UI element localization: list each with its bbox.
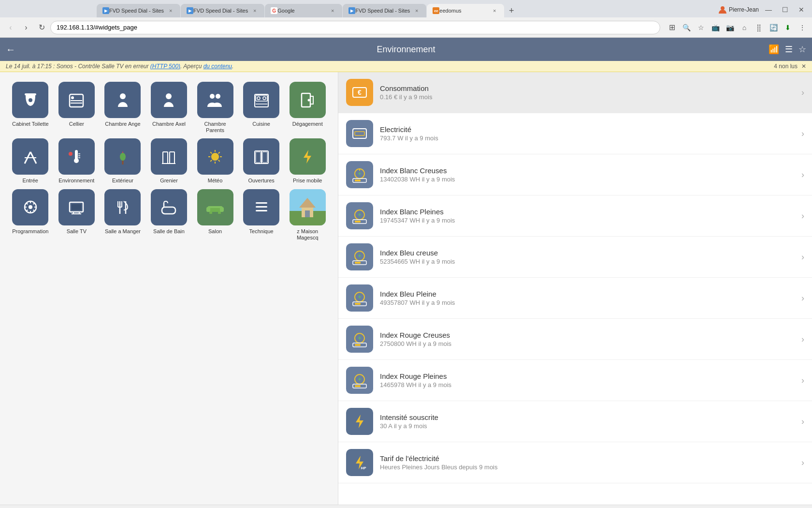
list-icon[interactable]: ☰ <box>785 44 793 55</box>
sensor-consommation[interactable]: € Consommation 0.16 € il y a 9 mois › <box>338 72 812 113</box>
sensor-tarif-electricite[interactable]: HP Tarif de l'électricité Heures Pleines… <box>338 442 812 483</box>
svg-line-40 <box>210 160 212 162</box>
room-chambre-axel[interactable]: Chambre Axel <box>148 82 190 134</box>
download-icon[interactable]: ⬇ <box>782 22 794 33</box>
home-icon[interactable]: ⌂ <box>739 22 750 33</box>
sensor-index-rouge-pleines[interactable]: + Index Rouge Pleines 1465978 WH il y a … <box>338 360 812 401</box>
index-bleu-pleine-value: 49357807 WH il y a 9 mois <box>380 299 798 306</box>
tab-1[interactable]: ▶ FVD Speed Dial - Sites × <box>97 4 180 17</box>
index-rouge-creuses-name: Index Rouge Creuses <box>380 331 798 339</box>
app-header-actions: 📶 ☰ ☆ <box>768 44 806 55</box>
prise-mobile-icon <box>290 138 326 175</box>
room-prise-mobile[interactable]: Prise mobile <box>287 138 328 184</box>
ouvertures-label: Ouvertures <box>248 178 274 184</box>
tab-5[interactable]: ee eedomus × <box>427 4 504 17</box>
room-meteo[interactable]: Météo <box>194 138 236 184</box>
consommation-name: Consommation <box>380 84 798 92</box>
refresh-button[interactable]: ↻ <box>35 21 48 34</box>
room-degagement[interactable]: Dégagement <box>287 82 328 134</box>
svg-rect-90 <box>355 262 361 264</box>
close-button[interactable]: ✕ <box>795 3 808 16</box>
room-cuisine[interactable]: Cuisine <box>241 82 282 134</box>
room-chambre-ange[interactable]: Chambre Ange <box>102 82 144 134</box>
apps-icon[interactable]: ⣿ <box>753 22 765 33</box>
room-salle-manger[interactable]: Salle a Manger <box>102 189 144 241</box>
sensor-intensite-souscrite[interactable]: Intensité souscrite 30 A il y a 9 mois › <box>338 401 812 442</box>
star-icon[interactable]: ☆ <box>798 44 806 55</box>
chambre-parents-icon <box>197 82 233 118</box>
room-salle-tv[interactable]: Salle TV <box>56 189 98 241</box>
electricite-value: 793.7 W il y a 9 mois <box>380 134 798 142</box>
address-bar[interactable] <box>50 21 660 34</box>
minimize-button[interactable]: — <box>762 3 775 16</box>
tab-5-close[interactable]: × <box>491 7 498 15</box>
svg-rect-30 <box>170 152 174 164</box>
electricite-info: Electricité 793.7 W il y a 9 mois <box>380 125 798 142</box>
back-button[interactable]: ‹ <box>4 21 17 34</box>
bookmark-icon[interactable]: ☆ <box>695 22 707 33</box>
sensor-index-bleu-creuse[interactable]: + Index Bleu creuse 52354665 WH il y a 9… <box>338 237 812 278</box>
tab-1-close[interactable]: × <box>167 7 174 15</box>
http-error-link[interactable]: (HTTP 500) <box>150 63 180 70</box>
status-bar: 192.168.1.13/# <box>0 505 812 508</box>
tab-2-icon: ▶ <box>187 7 193 14</box>
sensor-index-blanc-pleines[interactable]: + Index Blanc Pleines 19745347 WH il y a… <box>338 195 812 237</box>
room-exterieur[interactable]: Extérieur <box>102 138 144 184</box>
svg-point-4 <box>71 96 74 99</box>
close-error-icon[interactable]: ✕ <box>801 63 806 70</box>
back-arrow[interactable]: ← <box>6 44 15 55</box>
salon-icon <box>197 189 233 225</box>
index-rouge-pleines-info: Index Rouge Pleines 1465978 WH il y a 9 … <box>380 372 798 388</box>
room-z-maison[interactable]: z Maison Magescq <box>287 189 328 241</box>
tab-3-close[interactable]: × <box>329 7 336 15</box>
tab-1-title: FVD Speed Dial - Sites <box>109 8 164 14</box>
capture-icon[interactable]: 📷 <box>724 22 736 33</box>
forward-button[interactable]: › <box>19 21 33 34</box>
menu-icon[interactable]: ⋮ <box>797 22 808 33</box>
room-salon[interactable]: Salon <box>194 189 236 241</box>
svg-point-13 <box>257 97 260 100</box>
main-content: Cabinet Toilette Cellier Chambre Ange Ch… <box>0 72 812 505</box>
svg-point-0 <box>721 6 725 10</box>
environnement-icon <box>58 138 95 175</box>
svg-text:+: + <box>358 294 361 300</box>
tab-2-close[interactable]: × <box>251 7 259 15</box>
room-technique[interactable]: Technique <box>241 189 282 241</box>
index-blanc-creuses-info: Index Blanc Creuses 13402038 WH il y a 9… <box>380 166 798 183</box>
intensite-souscrite-chevron: › <box>801 417 804 427</box>
room-entree[interactable]: Entrée <box>10 138 51 184</box>
salle-tv-label: Salle TV <box>67 228 87 235</box>
tab-4-close[interactable]: × <box>413 7 420 15</box>
sensor-electricite[interactable]: Electricité 793.7 W il y a 9 mois › <box>338 113 812 154</box>
room-ouvertures[interactable]: Ouvertures <box>241 138 282 184</box>
salle-bain-icon <box>151 189 187 225</box>
salon-label: Salon <box>208 228 222 235</box>
svg-text:+: + <box>358 335 361 342</box>
room-cabinet-toilette[interactable]: Cabinet Toilette <box>10 82 51 134</box>
search-icon[interactable]: 🔍 <box>681 22 692 33</box>
room-environnement[interactable]: Environnement <box>56 138 98 184</box>
room-cellier[interactable]: Cellier <box>56 82 98 134</box>
room-grenier[interactable]: Grenier <box>148 138 190 184</box>
maximize-button[interactable]: ☐ <box>778 3 792 16</box>
room-chambre-parents[interactable]: Chambre Parents <box>194 82 236 134</box>
room-salle-bain[interactable]: Salle de Bain <box>148 189 190 241</box>
sync-icon[interactable]: 🔄 <box>768 22 779 33</box>
tab-3[interactable]: G Google × <box>265 4 342 17</box>
tab-4[interactable]: ▶ FVD Speed Dial - Sites × <box>343 4 426 17</box>
sensor-index-rouge-creuses[interactable]: + Index Rouge Creuses 2750800 WH il y a … <box>338 319 812 360</box>
cellier-icon <box>58 82 95 118</box>
chambre-parents-label: Chambre Parents <box>194 121 236 134</box>
cast-icon[interactable]: 📺 <box>710 22 721 33</box>
new-tab-button[interactable]: + <box>505 4 518 17</box>
room-programmation[interactable]: Programmation <box>10 189 51 241</box>
svg-point-8 <box>166 93 172 99</box>
content-link[interactable]: du contenu <box>203 63 232 70</box>
svg-rect-62 <box>206 207 210 212</box>
tab-2[interactable]: ▶ FVD Speed Dial - Sites × <box>181 4 264 17</box>
sensor-index-bleu-pleine[interactable]: + Index Bleu Pleine 49357807 WH il y a 9… <box>338 278 812 319</box>
svg-point-2 <box>29 98 32 102</box>
extensions-icon[interactable]: ⊞ <box>666 22 678 33</box>
intensite-souscrite-value: 30 A il y a 9 mois <box>380 422 798 430</box>
sensor-index-blanc-creuses[interactable]: + Index Blanc Creuses 13402038 WH il y a… <box>338 154 812 195</box>
